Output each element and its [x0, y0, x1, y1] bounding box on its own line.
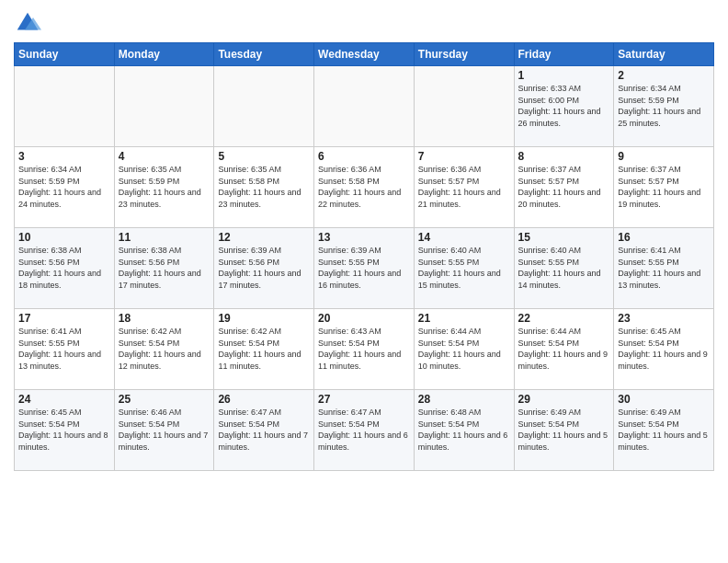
day-number: 29: [518, 393, 610, 406]
calendar-cell: 7Sunrise: 6:36 AM Sunset: 5:57 PM Daylig…: [414, 147, 514, 228]
calendar-cell: 3Sunrise: 6:34 AM Sunset: 5:59 PM Daylig…: [15, 147, 115, 228]
day-info: Sunrise: 6:49 AM Sunset: 5:54 PM Dayligh…: [518, 407, 610, 453]
day-number: 25: [119, 393, 210, 406]
calendar-week-row: 1Sunrise: 6:33 AM Sunset: 6:00 PM Daylig…: [15, 66, 714, 147]
calendar-cell: 4Sunrise: 6:35 AM Sunset: 5:59 PM Daylig…: [114, 147, 214, 228]
day-number: 24: [18, 393, 110, 406]
weekday-header: Tuesday: [214, 43, 314, 66]
day-number: 3: [18, 150, 110, 163]
day-info: Sunrise: 6:44 AM Sunset: 5:54 PM Dayligh…: [418, 326, 510, 372]
weekday-header: Thursday: [414, 43, 514, 66]
day-number: 2: [618, 69, 710, 82]
weekday-header: Saturday: [614, 43, 714, 66]
day-info: Sunrise: 6:39 AM Sunset: 5:56 PM Dayligh…: [218, 245, 310, 291]
day-info: Sunrise: 6:43 AM Sunset: 5:54 PM Dayligh…: [318, 326, 410, 372]
calendar-cell: 24Sunrise: 6:45 AM Sunset: 5:54 PM Dayli…: [15, 390, 115, 471]
day-info: Sunrise: 6:37 AM Sunset: 5:57 PM Dayligh…: [518, 164, 610, 210]
day-number: 6: [318, 150, 410, 163]
calendar-cell: [214, 66, 314, 147]
weekday-header: Wednesday: [314, 43, 415, 66]
calendar-week-row: 17Sunrise: 6:41 AM Sunset: 5:55 PM Dayli…: [15, 309, 714, 390]
day-info: Sunrise: 6:45 AM Sunset: 5:54 PM Dayligh…: [618, 326, 710, 372]
day-info: Sunrise: 6:36 AM Sunset: 5:57 PM Dayligh…: [418, 164, 510, 210]
calendar-cell: 28Sunrise: 6:48 AM Sunset: 5:54 PM Dayli…: [414, 390, 514, 471]
day-number: 18: [119, 312, 210, 325]
logo: [14, 9, 45, 37]
day-number: 20: [318, 312, 410, 325]
calendar-cell: [15, 66, 115, 147]
day-info: Sunrise: 6:34 AM Sunset: 5:59 PM Dayligh…: [618, 83, 710, 129]
day-number: 22: [518, 312, 610, 325]
day-number: 1: [518, 69, 610, 82]
day-info: Sunrise: 6:42 AM Sunset: 5:54 PM Dayligh…: [218, 326, 310, 372]
calendar-cell: 29Sunrise: 6:49 AM Sunset: 5:54 PM Dayli…: [514, 390, 614, 471]
day-info: Sunrise: 6:33 AM Sunset: 6:00 PM Dayligh…: [518, 83, 610, 129]
day-number: 10: [18, 231, 110, 244]
day-info: Sunrise: 6:38 AM Sunset: 5:56 PM Dayligh…: [18, 245, 110, 291]
day-number: 11: [119, 231, 210, 244]
day-info: Sunrise: 6:49 AM Sunset: 5:54 PM Dayligh…: [618, 407, 710, 453]
day-number: 8: [518, 150, 610, 163]
weekday-header: Sunday: [15, 43, 115, 66]
calendar-cell: [314, 66, 415, 147]
calendar-cell: 12Sunrise: 6:39 AM Sunset: 5:56 PM Dayli…: [214, 228, 314, 309]
calendar-cell: 13Sunrise: 6:39 AM Sunset: 5:55 PM Dayli…: [314, 228, 415, 309]
day-info: Sunrise: 6:39 AM Sunset: 5:55 PM Dayligh…: [318, 245, 410, 291]
calendar: SundayMondayTuesdayWednesdayThursdayFrid…: [14, 42, 714, 471]
calendar-cell: 11Sunrise: 6:38 AM Sunset: 5:56 PM Dayli…: [114, 228, 214, 309]
calendar-cell: 19Sunrise: 6:42 AM Sunset: 5:54 PM Dayli…: [214, 309, 314, 390]
calendar-cell: 5Sunrise: 6:35 AM Sunset: 5:58 PM Daylig…: [214, 147, 314, 228]
calendar-cell: [114, 66, 214, 147]
calendar-cell: 26Sunrise: 6:47 AM Sunset: 5:54 PM Dayli…: [214, 390, 314, 471]
calendar-cell: 2Sunrise: 6:34 AM Sunset: 5:59 PM Daylig…: [614, 66, 714, 147]
day-number: 27: [318, 393, 410, 406]
day-info: Sunrise: 6:37 AM Sunset: 5:57 PM Dayligh…: [618, 164, 710, 210]
day-info: Sunrise: 6:40 AM Sunset: 5:55 PM Dayligh…: [418, 245, 510, 291]
day-info: Sunrise: 6:48 AM Sunset: 5:54 PM Dayligh…: [418, 407, 510, 453]
day-info: Sunrise: 6:44 AM Sunset: 5:54 PM Dayligh…: [518, 326, 610, 372]
calendar-cell: [414, 66, 514, 147]
day-number: 17: [18, 312, 110, 325]
day-info: Sunrise: 6:35 AM Sunset: 5:59 PM Dayligh…: [119, 164, 210, 210]
day-number: 5: [218, 150, 310, 163]
calendar-cell: 6Sunrise: 6:36 AM Sunset: 5:58 PM Daylig…: [314, 147, 415, 228]
calendar-cell: 16Sunrise: 6:41 AM Sunset: 5:55 PM Dayli…: [614, 228, 714, 309]
day-number: 14: [418, 231, 510, 244]
day-number: 7: [418, 150, 510, 163]
calendar-cell: 22Sunrise: 6:44 AM Sunset: 5:54 PM Dayli…: [514, 309, 614, 390]
calendar-cell: 23Sunrise: 6:45 AM Sunset: 5:54 PM Dayli…: [614, 309, 714, 390]
day-number: 13: [318, 231, 410, 244]
header: [14, 9, 714, 37]
day-info: Sunrise: 6:47 AM Sunset: 5:54 PM Dayligh…: [218, 407, 310, 453]
calendar-cell: 17Sunrise: 6:41 AM Sunset: 5:55 PM Dayli…: [15, 309, 115, 390]
calendar-cell: 1Sunrise: 6:33 AM Sunset: 6:00 PM Daylig…: [514, 66, 614, 147]
day-number: 16: [618, 231, 710, 244]
calendar-cell: 27Sunrise: 6:47 AM Sunset: 5:54 PM Dayli…: [314, 390, 415, 471]
calendar-cell: 14Sunrise: 6:40 AM Sunset: 5:55 PM Dayli…: [414, 228, 514, 309]
weekday-header: Friday: [514, 43, 614, 66]
day-number: 4: [119, 150, 210, 163]
calendar-cell: 15Sunrise: 6:40 AM Sunset: 5:55 PM Dayli…: [514, 228, 614, 309]
day-info: Sunrise: 6:41 AM Sunset: 5:55 PM Dayligh…: [618, 245, 710, 291]
day-number: 30: [618, 393, 710, 406]
calendar-cell: 18Sunrise: 6:42 AM Sunset: 5:54 PM Dayli…: [114, 309, 214, 390]
calendar-week-row: 3Sunrise: 6:34 AM Sunset: 5:59 PM Daylig…: [15, 147, 714, 228]
day-info: Sunrise: 6:40 AM Sunset: 5:55 PM Dayligh…: [518, 245, 610, 291]
day-number: 23: [618, 312, 710, 325]
calendar-cell: 20Sunrise: 6:43 AM Sunset: 5:54 PM Dayli…: [314, 309, 415, 390]
day-number: 9: [618, 150, 710, 163]
calendar-cell: 9Sunrise: 6:37 AM Sunset: 5:57 PM Daylig…: [614, 147, 714, 228]
calendar-cell: 25Sunrise: 6:46 AM Sunset: 5:54 PM Dayli…: [114, 390, 214, 471]
day-info: Sunrise: 6:38 AM Sunset: 5:56 PM Dayligh…: [119, 245, 210, 291]
day-info: Sunrise: 6:36 AM Sunset: 5:58 PM Dayligh…: [318, 164, 410, 210]
day-number: 15: [518, 231, 610, 244]
calendar-cell: 30Sunrise: 6:49 AM Sunset: 5:54 PM Dayli…: [614, 390, 714, 471]
calendar-cell: 8Sunrise: 6:37 AM Sunset: 5:57 PM Daylig…: [514, 147, 614, 228]
day-info: Sunrise: 6:46 AM Sunset: 5:54 PM Dayligh…: [119, 407, 210, 453]
day-info: Sunrise: 6:47 AM Sunset: 5:54 PM Dayligh…: [318, 407, 410, 453]
day-info: Sunrise: 6:41 AM Sunset: 5:55 PM Dayligh…: [18, 326, 110, 372]
weekday-row: SundayMondayTuesdayWednesdayThursdayFrid…: [15, 43, 714, 66]
day-number: 28: [418, 393, 510, 406]
calendar-body: 1Sunrise: 6:33 AM Sunset: 6:00 PM Daylig…: [15, 66, 714, 471]
day-info: Sunrise: 6:45 AM Sunset: 5:54 PM Dayligh…: [18, 407, 110, 453]
